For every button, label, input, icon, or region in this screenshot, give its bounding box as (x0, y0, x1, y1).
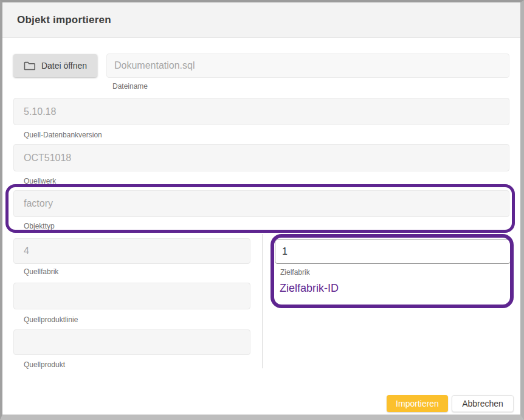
filename-input[interactable] (106, 53, 509, 78)
objekttyp-input[interactable] (13, 190, 509, 217)
import-button[interactable]: Importieren (387, 395, 448, 412)
quellprodukt-label: Quellprodukt (24, 360, 65, 369)
quellfabrik-input[interactable] (13, 238, 250, 264)
import-dialog-window: Objekt importieren Datei öffnen Dateinam… (0, 0, 524, 420)
quellprodukt-input[interactable] (13, 329, 250, 355)
quellwerk-input[interactable] (13, 144, 509, 171)
cancel-button[interactable]: Abbrechen (452, 395, 514, 412)
quellfabrik-label: Quellfabrik (24, 267, 58, 276)
filename-label: Dateiname (112, 82, 148, 91)
zielfabrik-label: Zielfabrik (280, 268, 310, 277)
import-dialog: Objekt importieren Datei öffnen Dateinam… (2, 2, 520, 415)
dialog-title: Objekt importieren (17, 14, 111, 26)
column-divider (262, 234, 263, 368)
quellproduktlinie-input[interactable] (13, 283, 250, 309)
open-file-button[interactable]: Datei öffnen (13, 54, 97, 77)
folder-icon (24, 60, 36, 71)
source-db-version-label: Quell-Datenbankversion (24, 131, 102, 139)
zielfabrik-id-annotation-text: Zielfabrik-ID (280, 282, 339, 295)
quellwerk-label: Quellwerk (24, 177, 56, 185)
zielfabrik-input[interactable] (275, 239, 511, 264)
objekttyp-label: Objekttyp (24, 222, 55, 230)
dialog-header: Objekt importieren (2, 2, 520, 38)
quellproduktlinie-label: Quellproduktlinie (24, 315, 78, 324)
open-file-button-label: Datei öffnen (41, 61, 87, 71)
source-db-version-input[interactable] (13, 98, 509, 125)
